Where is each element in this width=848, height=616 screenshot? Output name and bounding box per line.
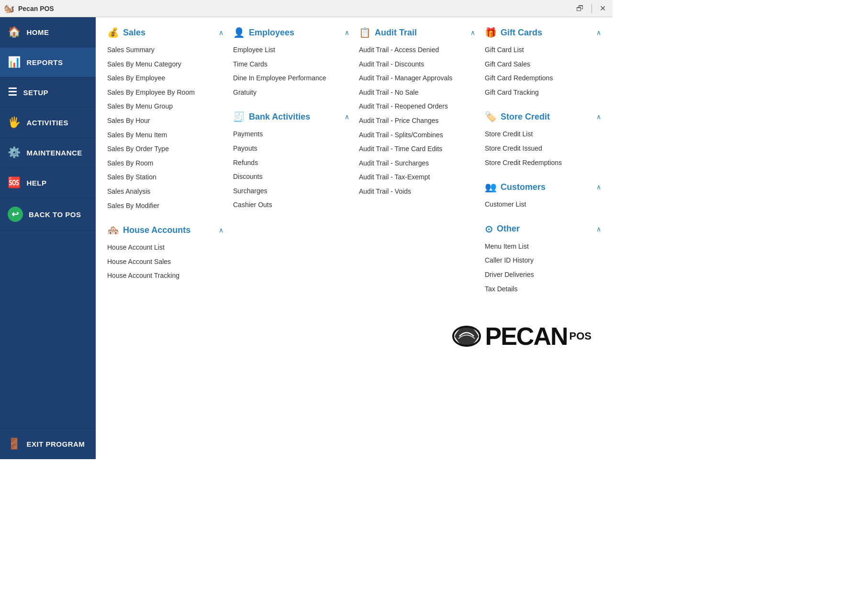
house-accounts-collapse[interactable]: ∧ bbox=[219, 226, 223, 234]
list-item[interactable]: Driver Deliveries bbox=[485, 268, 601, 282]
list-item[interactable]: Payments bbox=[233, 127, 349, 142]
list-item[interactable]: Sales Analysis bbox=[107, 185, 223, 199]
audit-trail-collapse[interactable]: ∧ bbox=[470, 29, 475, 36]
list-item[interactable]: Audit Trail - Tax-Exempt bbox=[359, 170, 475, 185]
pos-superscript: POS bbox=[569, 330, 591, 342]
customers-collapse[interactable]: ∧ bbox=[596, 183, 601, 191]
list-item[interactable]: Audit Trail - Time Card Edits bbox=[359, 142, 475, 156]
list-item[interactable]: Sales By Station bbox=[107, 170, 223, 185]
list-item[interactable]: Audit Trail - Discounts bbox=[359, 57, 475, 72]
list-item[interactable]: Cashier Outs bbox=[233, 198, 349, 212]
list-item[interactable]: Dine In Employee Performance bbox=[233, 71, 349, 86]
list-item[interactable]: Sales By Order Type bbox=[107, 142, 223, 156]
sidebar-label-back-to-pos: BACK TO POS bbox=[29, 210, 81, 219]
house-accounts-items: House Account List House Account Sales H… bbox=[107, 241, 223, 283]
list-item[interactable]: Store Credit List bbox=[485, 127, 601, 142]
list-item[interactable]: Audit Trail - Splits/Combines bbox=[359, 128, 475, 143]
sales-collapse[interactable]: ∧ bbox=[219, 29, 223, 36]
list-item[interactable]: Payouts bbox=[233, 142, 349, 156]
list-item[interactable]: Discounts bbox=[233, 170, 349, 184]
col-1: 💰 Sales ∧ Sales Summary Sales By Menu Ca… bbox=[107, 27, 223, 308]
reports-icon: 📊 bbox=[8, 56, 21, 68]
list-item[interactable]: Caller ID History bbox=[485, 253, 601, 268]
list-item[interactable]: Audit Trail - No Sale bbox=[359, 86, 475, 100]
list-item[interactable]: Audit Trail - Access Denied bbox=[359, 43, 475, 57]
list-item[interactable]: Store Credit Redemptions bbox=[485, 156, 601, 170]
list-item[interactable]: House Account Sales bbox=[107, 255, 223, 269]
sales-items: Sales Summary Sales By Menu Category Sal… bbox=[107, 43, 223, 213]
sidebar-item-activities[interactable]: 🖐️ ACTIVITIES bbox=[0, 108, 96, 138]
help-icon: 🆘 bbox=[8, 176, 21, 189]
list-item[interactable]: Store Credit Issued bbox=[485, 142, 601, 156]
list-item[interactable]: Sales By Room bbox=[107, 156, 223, 171]
employees-collapse[interactable]: ∧ bbox=[345, 29, 349, 36]
list-item[interactable]: Employee List bbox=[233, 43, 349, 57]
bank-activities-collapse[interactable]: ∧ bbox=[345, 113, 349, 121]
title-bar-left: 🐿️ Pecan POS bbox=[4, 3, 54, 14]
back-to-pos-icon: ↩ bbox=[8, 207, 23, 222]
house-accounts-section: 🏘️ House Accounts ∧ House Account List H… bbox=[107, 224, 223, 283]
col-2: 👤 Employees ∧ Employee List Time Cards D… bbox=[233, 27, 349, 308]
list-item[interactable]: House Account List bbox=[107, 241, 223, 255]
other-title-text: Other bbox=[497, 224, 520, 234]
sidebar-label-home: HOME bbox=[27, 28, 49, 36]
store-credit-items: Store Credit List Store Credit Issued St… bbox=[485, 127, 601, 170]
sidebar-label-activities: ACTIVITIES bbox=[27, 119, 69, 127]
list-item[interactable]: Tax Details bbox=[485, 282, 601, 297]
list-item[interactable]: Audit Trail - Reopened Orders bbox=[359, 99, 475, 114]
list-item[interactable]: Sales Summary bbox=[107, 43, 223, 57]
gift-cards-items: Gift Card List Gift Card Sales Gift Card… bbox=[485, 43, 601, 99]
list-item[interactable]: Sales By Employee bbox=[107, 71, 223, 86]
list-item[interactable]: Surcharges bbox=[233, 184, 349, 198]
bank-activities-items: Payments Payouts Refunds Discounts Surch… bbox=[233, 127, 349, 212]
logo-area: PECANPOS bbox=[107, 308, 601, 355]
employees-title-text: Employees bbox=[249, 28, 294, 38]
employees-header: 👤 Employees ∧ bbox=[233, 27, 349, 38]
list-item[interactable]: Gift Card Tracking bbox=[485, 86, 601, 100]
list-item[interactable]: Audit Trail - Voids bbox=[359, 185, 475, 199]
gift-cards-icon: 🎁 bbox=[485, 27, 497, 38]
list-item[interactable]: Gift Card Redemptions bbox=[485, 71, 601, 86]
setup-icon: ☰ bbox=[8, 86, 18, 99]
list-item[interactable]: Sales By Menu Item bbox=[107, 128, 223, 143]
sidebar-item-setup[interactable]: ☰ SETUP bbox=[0, 77, 96, 108]
list-item[interactable]: Sales By Hour bbox=[107, 114, 223, 128]
list-item[interactable]: Audit Trail - Surcharges bbox=[359, 156, 475, 171]
minimize-button[interactable]: 🗗 bbox=[573, 3, 587, 14]
store-credit-title-text: Store Credit bbox=[501, 112, 550, 122]
sidebar-item-home[interactable]: 🏠 HOME bbox=[0, 17, 96, 47]
list-item[interactable]: Gift Card List bbox=[485, 43, 601, 57]
sidebar-item-back-to-pos[interactable]: ↩ BACK TO POS bbox=[0, 198, 96, 231]
sidebar-item-maintenance[interactable]: ⚙️ MAINTENANCE bbox=[0, 138, 96, 168]
customers-items: Customer List bbox=[485, 198, 601, 212]
list-item[interactable]: Sales By Menu Group bbox=[107, 99, 223, 114]
list-item[interactable]: Customer List bbox=[485, 198, 601, 212]
customers-title-text: Customers bbox=[501, 182, 546, 192]
gift-cards-collapse[interactable]: ∧ bbox=[596, 29, 601, 36]
list-item[interactable]: Audit Trail - Manager Approvals bbox=[359, 71, 475, 86]
other-icon: ⊙ bbox=[485, 223, 493, 235]
pecan-wordmark: PECAN bbox=[485, 322, 568, 351]
list-item[interactable]: Gift Card Sales bbox=[485, 57, 601, 72]
sales-icon: 💰 bbox=[107, 27, 119, 38]
list-item[interactable]: Sales By Modifier bbox=[107, 199, 223, 213]
list-item[interactable]: Menu Item List bbox=[485, 240, 601, 254]
list-item[interactable]: Refunds bbox=[233, 156, 349, 170]
other-collapse[interactable]: ∧ bbox=[596, 225, 601, 233]
list-item[interactable]: Sales By Menu Category bbox=[107, 57, 223, 72]
sidebar-item-reports[interactable]: 📊 REPORTS bbox=[0, 47, 96, 77]
sidebar-item-help[interactable]: 🆘 HELP bbox=[0, 168, 96, 198]
store-credit-header: 🏷️ Store Credit ∧ bbox=[485, 111, 601, 122]
list-item[interactable]: House Account Tracking bbox=[107, 269, 223, 283]
store-credit-collapse[interactable]: ∧ bbox=[596, 113, 601, 121]
house-accounts-header: 🏘️ House Accounts ∧ bbox=[107, 224, 223, 236]
list-item[interactable]: Gratuity bbox=[233, 86, 349, 100]
sales-title: 💰 Sales bbox=[107, 27, 145, 38]
sidebar-label-maintenance: MAINTENANCE bbox=[27, 149, 82, 157]
list-item[interactable]: Audit Trail - Price Changes bbox=[359, 114, 475, 128]
list-item[interactable]: Sales By Employee By Room bbox=[107, 86, 223, 100]
sidebar-item-exit[interactable]: 🚪 EXIT PROGRAM bbox=[0, 429, 96, 459]
sidebar-label-reports: REPORTS bbox=[27, 58, 63, 66]
close-button[interactable]: ✕ bbox=[597, 3, 609, 14]
list-item[interactable]: Time Cards bbox=[233, 57, 349, 72]
